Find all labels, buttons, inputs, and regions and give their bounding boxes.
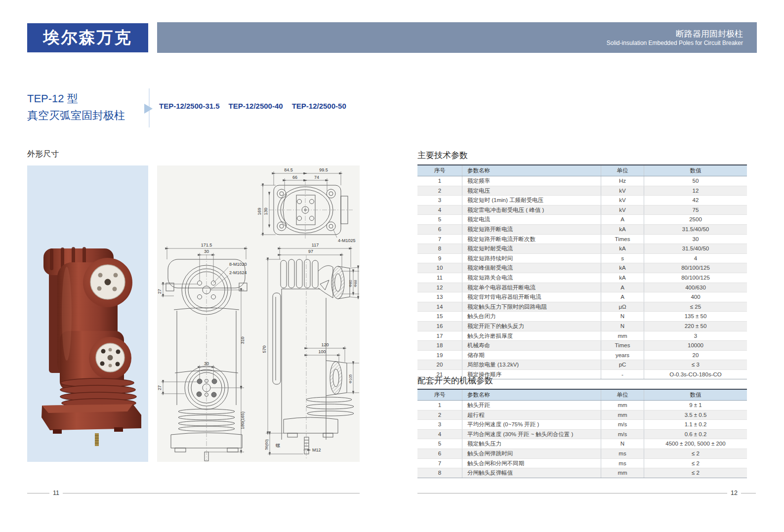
dim-label: Φ80: [348, 280, 353, 287]
table-cell: 额定峰值耐受电流: [462, 263, 601, 273]
table-row: 14额定触头压力下限时的回路电阻μΩ≤ 25: [417, 302, 747, 312]
footer-rule: [417, 493, 727, 493]
table-cell: 额定电压: [462, 186, 601, 196]
table-cell: 18: [417, 341, 462, 351]
table-cell: 17: [417, 331, 462, 341]
table-cell: ≤ 25: [644, 302, 747, 312]
table-cell: 4: [644, 253, 747, 263]
dimensions-section-title: 外形尺寸: [27, 149, 59, 160]
table-cell: 50: [644, 176, 747, 186]
table-cell: mm: [601, 331, 644, 341]
table-cell: mm: [601, 401, 644, 410]
table-row: 20局部放电量 (13.2kV)pC≤ 3: [417, 360, 747, 370]
column-header: 单位: [601, 165, 644, 176]
table-cell: mm: [601, 468, 644, 478]
dimension-drawing: 84.5 99.5 66 74 169 130 4-M1025: [157, 165, 360, 462]
dim-label: 99.5: [319, 167, 328, 172]
table-cell: 平均分闸速度 (0~75% 开距 ): [462, 420, 601, 430]
table-row: 1额定频率Hz50: [417, 176, 747, 186]
footer-left: 11: [27, 490, 360, 496]
table-cell: N: [601, 439, 644, 449]
dim-label: Φ88: [353, 280, 358, 287]
dim-label: 310: [240, 336, 245, 344]
table-cell: kA: [601, 263, 644, 273]
table-cell: ≤ 3: [644, 360, 747, 370]
table-cell: ≤ 2: [644, 458, 747, 468]
catalog-page: 埃尔森万克 断路器用固封极柱 Solid-insulation Embedded…: [0, 0, 784, 532]
table-cell: 额定单个电容器组开断电流: [462, 283, 601, 292]
column-header: 参数名称: [462, 389, 601, 401]
table-cell: 8: [417, 468, 462, 478]
table-cell: 触头合闸弹跳时间: [462, 449, 601, 458]
table-cell: 额定雷电冲击耐受电压 ( 峰值 ): [462, 205, 601, 215]
table-cell: ms: [601, 449, 644, 458]
table-cell: 9: [417, 253, 462, 263]
table-cell: kA: [601, 273, 644, 283]
table-cell: 额定操作顺序: [462, 369, 601, 379]
table-cell: kA: [601, 244, 644, 254]
table-cell: 6: [417, 224, 462, 234]
top-view-dimensions: [261, 171, 341, 238]
table-cell: 9 ± 1: [644, 401, 747, 410]
table-cell: 12: [644, 186, 747, 196]
dim-label: 120: [321, 342, 329, 347]
table-cell: 21: [417, 369, 462, 379]
table-cell: kV: [601, 205, 644, 215]
table-cell: 13: [417, 292, 462, 302]
table-cell: s: [601, 253, 644, 263]
dim-label: 4-M1025: [338, 238, 356, 243]
table-cell: 额定短时 (1min) 工频耐受电压: [462, 196, 601, 205]
table-cell: ≤ 2: [644, 449, 747, 458]
dim-label: 66: [292, 175, 297, 180]
table-cell: 4500 ± 200, 5000 ± 200: [644, 439, 747, 449]
page-number-left: 11: [49, 490, 63, 496]
table-row: 2额定电压kV12: [417, 186, 747, 196]
table-row: 3平均分闸速度 (0~75% 开距 )m/s1.1 ± 0.2: [417, 420, 747, 430]
table-cell: 额定背对背电容器组开断电流: [462, 292, 601, 302]
side-view: [273, 255, 354, 460]
table-cell: 135 ± 50: [644, 312, 747, 322]
model-item: TEP-12/2500-31.5: [159, 102, 220, 110]
header-title-en: Solid-insulation Embedded Poles for Circ…: [607, 39, 743, 47]
table-cell: 额定开距下的触头反力: [462, 321, 601, 331]
table-cell: 20: [644, 350, 747, 360]
table-cell: 12: [417, 283, 462, 292]
table-cell: 6: [417, 449, 462, 458]
table-row: 6触头合闸弹跳时间ms≤ 2: [417, 449, 747, 458]
dimension-drawing-panel: 84.5 99.5 66 74 169 130 4-M1025: [157, 165, 360, 462]
column-header: 数值: [644, 165, 747, 176]
page-number-right: 12: [727, 490, 741, 496]
table-cell: 5: [417, 439, 462, 449]
header-title-cn: 断路器用固封极柱: [676, 29, 743, 39]
dim-label: 180(165): [240, 411, 245, 429]
table-cell: ≤ 2: [644, 468, 747, 478]
table-cell: A: [601, 215, 644, 225]
table-cell: -: [601, 369, 644, 379]
column-header: 序号: [417, 165, 462, 176]
table-row: 8额定短时耐受电流kA31.5/40/50: [417, 244, 747, 254]
table-cell: pC: [601, 360, 644, 370]
table-cell: years: [601, 350, 644, 360]
table-cell: Hz: [601, 176, 644, 186]
table-cell: 10: [417, 263, 462, 273]
table-cell: 80/100/125: [644, 263, 747, 273]
table-cell: kV: [601, 196, 644, 205]
table-cell: 3: [644, 331, 747, 341]
table-cell: 分闸触头反弹幅值: [462, 468, 601, 478]
table-cell: 额定频率: [462, 176, 601, 186]
column-header: 参数名称: [462, 165, 601, 176]
table-cell: 400: [644, 292, 747, 302]
dim-label: 84.5: [284, 167, 293, 172]
table-cell: mm: [601, 410, 644, 420]
table-row: 18机械寿命Times10000: [417, 341, 747, 351]
table-cell: 超行程: [462, 410, 601, 420]
table-row: 11额定短路关合电流kA80/100/125: [417, 273, 747, 283]
table-cell: 额定短时耐受电流: [462, 244, 601, 254]
dim-label: 27: [157, 289, 162, 294]
dim-label: 56(60): [264, 439, 269, 450]
table-row: 4额定雷电冲击耐受电压 ( 峰值 )kV75: [417, 205, 747, 215]
table-header-row: 序号参数名称单位数值: [417, 165, 747, 176]
table-cell: 30: [644, 234, 747, 244]
table-cell: 平均合闸速度 (30% 开距 ~ 触头闭合位置 ): [462, 429, 601, 439]
table-cell: Times: [601, 341, 644, 351]
